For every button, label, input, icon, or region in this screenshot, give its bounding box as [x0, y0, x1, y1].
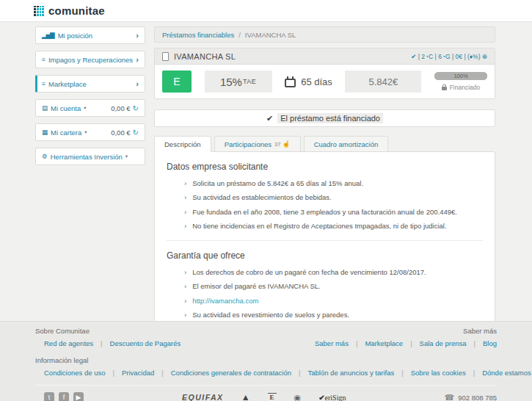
sidebar-item-mi-posicion[interactable]: ▂▅▇ Mi posición ▾ ↻ ›	[35, 26, 145, 44]
contact-phone[interactable]: ☎ 902 808 785	[444, 393, 497, 401]
footer-link-separator: |	[101, 339, 102, 347]
breadcrumb-current: IVAMANCHA SL	[245, 31, 296, 39]
chevron-right-icon: ›	[184, 221, 186, 231]
footer-link-separator: |	[474, 339, 475, 347]
progress-bar: 100%	[434, 72, 487, 80]
breadcrumb-separator: /	[238, 31, 241, 39]
book-icon: ▤	[42, 104, 47, 112]
caret-down-icon: ▾	[84, 129, 87, 135]
tab-descripcion[interactable]: Descripción ☝	[154, 136, 211, 152]
sidebar-item-label: Herramientas Inversión	[51, 153, 123, 161]
footer-link-tablon-de-anuncios-y-tarifas[interactable]: Tablón de anuncios y tarifas	[307, 369, 394, 377]
tab-count: 37	[274, 141, 280, 148]
partner-logo-e: E	[268, 393, 277, 401]
company-website-link[interactable]: › http://ivamancha.com	[184, 296, 483, 306]
loan-title: IVAMANCHA SL	[174, 52, 236, 61]
loan-meta-icons[interactable]: ✔ | 2◔C | 6◔G | 0€ | (♦%) ⊕	[411, 53, 487, 60]
comunitae-grid-icon	[34, 6, 44, 16]
term-value: 65 días	[301, 76, 332, 87]
partner-logos: EQUIFAX▲E◉✔eriSign	[84, 392, 444, 401]
footer-link-saber-mas[interactable]: Saber más	[315, 339, 349, 347]
loan-stats-row: E 15% TAE 65 días 5.842€ 100% Financiado	[155, 65, 495, 98]
chevron-right-icon: ›	[136, 55, 139, 64]
footer-about-links: Red de agentes|Descuento de Pagarés	[44, 339, 181, 347]
footer-link-separator: |	[356, 339, 357, 347]
footer-link-privacidad[interactable]: Privacidad	[122, 369, 154, 377]
twitter-icon[interactable]: t	[44, 392, 54, 401]
footer-legal-links: Condiciones de uso|Privacidad|Condicione…	[44, 369, 531, 377]
footer-link-separator: |	[161, 369, 163, 377]
calendar-icon	[285, 79, 296, 87]
refresh-icon[interactable]: ↻	[133, 129, 139, 137]
bullet-text[interactable]: http://ivamancha.com	[192, 296, 258, 306]
wallet-icon: ▦	[42, 129, 47, 136]
brand-name: comunitae	[48, 4, 105, 17]
footer-about-heading: Sobre Comunitae	[35, 327, 90, 335]
tab-cuadro-amortizacion[interactable]: Cuadro amortización ☝	[304, 136, 389, 152]
document-icon	[162, 52, 169, 61]
loan-amount-box: 5.842€	[345, 71, 421, 93]
section-title: Datos empresa solicitante	[167, 162, 483, 172]
sidebar: ▂▅▇ Mi posición ▾ ↻ › ≡ Impagos y Recupe…	[35, 26, 145, 172]
footer-link-donde-estamos[interactable]: Dónde estamos	[482, 369, 531, 377]
caret-down-icon: ▾	[84, 105, 86, 111]
brand-logo[interactable]: comunitae	[34, 4, 105, 17]
sidebar-item-label: Impagos y Recuperaciones	[48, 56, 133, 64]
chevron-right-icon: ›	[184, 267, 186, 277]
funded-banner-text: El préstamo está financiado	[277, 113, 383, 123]
sidebar-item-impagos-y-recuperaciones[interactable]: ≡ Impagos y Recuperaciones ▾ ↻ ›	[35, 51, 145, 68]
section-datos-empresa-solicitante: Datos empresa solicitante › Solicita un …	[167, 162, 483, 231]
chevron-right-icon: ›	[184, 310, 186, 319]
breadcrumb-parent-link[interactable]: Préstamos financiables	[162, 31, 234, 39]
funded-banner: ✔ El préstamo está financiado	[154, 109, 495, 127]
bullet-text: Su actividad es establecimientos de bebi…	[192, 192, 332, 202]
facebook-icon[interactable]: f	[59, 392, 69, 401]
footer-legal-heading: Información legal	[35, 356, 88, 364]
bullet-text: Solicita un préstamo de 5.842€ a 65 días…	[192, 178, 363, 188]
footer-link-marketplace[interactable]: Marketplace	[365, 339, 403, 347]
list-icon: ≡	[42, 80, 45, 87]
funding-progress: 100% Financiado	[434, 72, 487, 91]
loan-term: 65 días	[285, 76, 332, 87]
footer-bottom-bar: tf▶ EQUIFAX▲E◉✔eriSign ☎ 902 808 785	[35, 385, 497, 401]
tab-participaciones[interactable]: Participaciones 37 ☝	[214, 136, 301, 152]
refresh-icon[interactable]: ↻	[133, 104, 139, 112]
footer-link-sala-de-prensa[interactable]: Sala de prensa	[420, 339, 467, 347]
footer-link-red-de-agentes[interactable]: Red de agentes	[44, 339, 93, 347]
check-icon: ✔	[266, 114, 273, 123]
footer-link-separator: |	[299, 369, 300, 377]
gear-icon: ⚙	[42, 153, 47, 160]
tab-label: Participaciones	[225, 140, 272, 148]
chevron-right-icon: ›	[184, 178, 186, 188]
loan-panel: IVAMANCHA SL ✔ | 2◔C | 6◔G | 0€ | (♦%) ⊕…	[154, 48, 495, 99]
footer-link-condiciones-de-uso[interactable]: Condiciones de uso	[44, 369, 105, 377]
footer-link-sobre-las-cookies[interactable]: Sobre las cookies	[411, 369, 466, 377]
loan-panel-header: IVAMANCHA SL ✔ | 2◔C | 6◔G | 0€ | (♦%) ⊕	[155, 48, 495, 65]
footer-link-separator: |	[473, 369, 475, 377]
footer-link-blog[interactable]: Blog	[483, 339, 497, 347]
bullet-item: › Su actividad es establecimientos de be…	[184, 192, 483, 202]
sidebar-item-marketplace[interactable]: ≡ Marketplace ▾ ↻ ›	[35, 75, 145, 93]
bullet-list: › Solicita un préstamo de 5.842€ a 65 dí…	[167, 178, 483, 231]
tab-bar: Descripción ☝ Participaciones 37 ☝ Cuadr…	[154, 136, 495, 152]
footer-link-descuento-de-pagares[interactable]: Descuento de Pagarés	[110, 339, 181, 347]
lock-icon	[442, 87, 447, 90]
bullet-text: Los derechos de cobro de un pagaré con f…	[192, 267, 426, 277]
sidebar-item-mi-cartera[interactable]: ▦ Mi cartera ▾ 0,00 € ↻ ›	[35, 123, 145, 141]
youtube-icon[interactable]: ▶	[73, 392, 84, 401]
bullet-text: No tiene incidencias en el Registro de A…	[192, 221, 446, 231]
footer-link-condiciones-generales-de-contratacion[interactable]: Condiciones generales de contratación	[171, 369, 291, 377]
bullet-item: › Fue fundada en el año 2008, tiene 3 em…	[184, 207, 483, 217]
chevron-right-icon: ›	[136, 31, 139, 40]
interest-rate-box: 15% TAE	[205, 71, 272, 93]
footer: Sobre Comunitae Saber más Red de agentes…	[0, 321, 532, 401]
section-title: Garantía que ofrece	[167, 250, 483, 261]
tab-label: Descripción	[164, 140, 201, 148]
sidebar-item-label: Mi cuenta	[51, 104, 81, 112]
footer-link-separator: |	[410, 339, 412, 347]
sidebar-item-herramientas-inversion[interactable]: ⚙ Herramientas Inversión ▾ ↻ ›	[35, 148, 145, 165]
tab-label: Cuadro amortización	[314, 140, 379, 148]
chevron-right-icon: ›	[184, 296, 186, 306]
caret-down-icon: ▾	[125, 153, 128, 159]
sidebar-item-mi-cuenta[interactable]: ▤ Mi cuenta ▾ 0,00 € ↻ ›	[35, 99, 145, 117]
